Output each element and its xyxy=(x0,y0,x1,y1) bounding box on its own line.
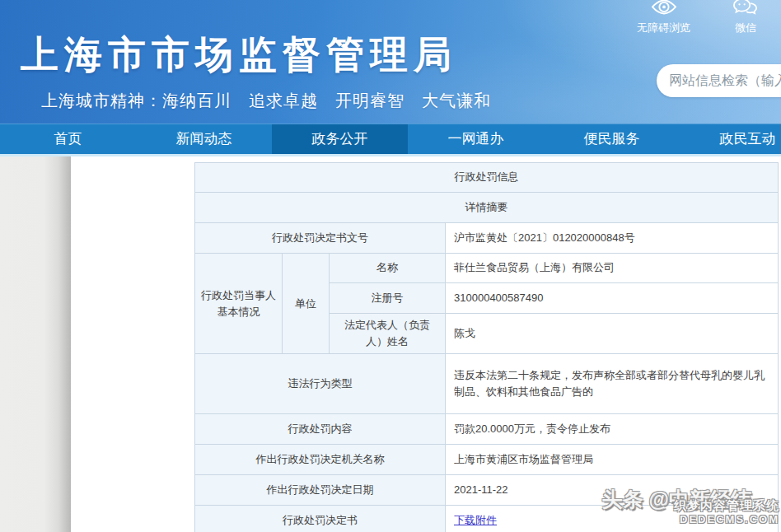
legal-rep-label: 法定代表人（负责人）姓名 xyxy=(330,314,446,354)
reg-no-value: 310000400587490 xyxy=(446,283,779,314)
penalty-content-label: 行政处罚内容 xyxy=(195,414,446,445)
site-header: 无障碍浏览 微信 上海市市场监督管理局 上海城市精神：海纳百川 追求卓越 开明睿… xyxy=(0,0,781,124)
decision-date-value: 2021-11-22 xyxy=(446,475,779,506)
page: 无障碍浏览 微信 上海市市场监督管理局 上海城市精神：海纳百川 追求卓越 开明睿… xyxy=(0,0,781,532)
nav-tab-services[interactable]: 便民服务 xyxy=(544,124,680,154)
nav-tab-news[interactable]: 新闻动态 xyxy=(136,124,272,154)
violation-type-label: 违法行为类型 xyxy=(195,354,446,414)
authority-value: 上海市黄浦区市场监督管理局 xyxy=(446,445,779,475)
nav-tab-home[interactable]: 首页 xyxy=(0,124,136,154)
accessibility-button[interactable]: 无障碍浏览 xyxy=(637,0,690,35)
name-value: 菲仕兰食品贸易（上海）有限公司 xyxy=(446,254,779,283)
authority-label: 作出行政处罚决定机关名称 xyxy=(195,445,446,475)
nav-tab-gov-affairs[interactable]: 政务公开 xyxy=(272,124,408,154)
unit-label: 单位 xyxy=(283,254,330,354)
search-input[interactable] xyxy=(657,64,781,97)
content-area: 行政处罚信息 详情摘要 行政处罚决定书文号 沪市监黄处〔2021〕0120200… xyxy=(0,156,781,532)
nav-tab-one-stop[interactable]: 一网通办 xyxy=(408,124,544,154)
wechat-icon xyxy=(733,0,758,19)
wechat-label: 微信 xyxy=(735,21,756,35)
doc-no-label: 行政处罚决定书文号 xyxy=(195,223,446,254)
table-subtitle: 详情摘要 xyxy=(195,193,779,223)
utility-bar: 无障碍浏览 微信 xyxy=(637,0,758,35)
site-search xyxy=(657,64,781,97)
reg-no-label: 注册号 xyxy=(330,283,446,314)
nav-tab-interaction[interactable]: 政民互动 xyxy=(680,124,781,154)
accessibility-label: 无障碍浏览 xyxy=(637,21,690,35)
eye-icon xyxy=(652,0,676,19)
name-label: 名称 xyxy=(330,254,446,283)
penalty-table: 行政处罚信息 详情摘要 行政处罚决定书文号 沪市监黄处〔2021〕0120200… xyxy=(194,162,779,532)
site-title: 上海市市场监督管理局 xyxy=(21,30,457,81)
violation-type-value: 违反本法第二十条规定，发布声称全部或者部分替代母乳的婴儿乳制品、饮料和其他食品广… xyxy=(446,354,779,414)
doc-no-value: 沪市监黄处〔2021〕012020000848号 xyxy=(446,223,779,254)
site-slogan: 上海城市精神：海纳百川 追求卓越 开明睿智 大气谦和 xyxy=(41,90,491,112)
decision-doc-label: 行政处罚决定书 xyxy=(195,506,446,532)
wechat-button[interactable]: 微信 xyxy=(733,0,758,35)
download-attachment-link[interactable]: 下载附件 xyxy=(454,514,497,526)
page-gutter xyxy=(0,156,71,532)
penalty-content-value: 罚款20.0000万元，责令停止发布 xyxy=(446,414,779,445)
main-nav: 首页 新闻动态 政务公开 一网通办 便民服务 政民互动 xyxy=(0,124,781,154)
decision-date-label: 作出行政处罚决定日期 xyxy=(195,475,446,506)
table-title: 行政处罚信息 xyxy=(195,163,779,193)
party-info-label: 行政处罚当事人基本情况 xyxy=(195,254,283,354)
legal-rep-value: 陈戈 xyxy=(446,314,779,354)
